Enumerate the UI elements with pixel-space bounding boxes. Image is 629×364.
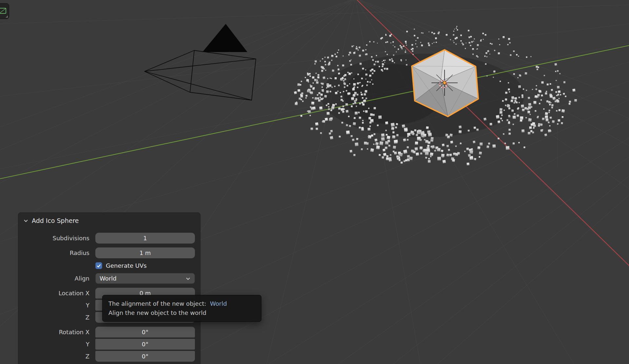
- location-x-label: Location X: [18, 290, 95, 297]
- subdivisions-field[interactable]: 1: [95, 233, 195, 244]
- rotation-y-label: Y: [18, 341, 95, 348]
- radius-label: Radius: [18, 249, 95, 256]
- generate-uvs-checkbox[interactable]: [95, 262, 102, 269]
- chevron-down-icon: [185, 276, 191, 281]
- align-value: World: [100, 275, 117, 282]
- rotation-z-field[interactable]: 0°: [95, 351, 195, 362]
- tooltip: The alignment of the new object: World A…: [102, 295, 261, 322]
- align-select[interactable]: World: [95, 273, 195, 284]
- rotation-y-value: 0°: [142, 341, 148, 348]
- resize-corner-icon: [6, 15, 8, 18]
- operator-redo-panel[interactable]: Add Ico Sphere Subdivisions 1 Radius 1 m…: [18, 212, 200, 364]
- subdivisions-value: 1: [143, 235, 147, 242]
- tooltip-value: World: [210, 300, 227, 307]
- chevron-down-icon[interactable]: [23, 218, 29, 224]
- rotation-x-label: Rotation X: [18, 329, 95, 336]
- radius-value: 1 m: [140, 249, 151, 256]
- rotation-x-value: 0°: [142, 329, 148, 336]
- rotation-x-field[interactable]: 0°: [95, 327, 195, 337]
- tooltip-line1: The alignment of the new object: World: [108, 299, 255, 308]
- generate-uvs-label: Generate UVs: [106, 262, 147, 269]
- location-z-label: Z: [18, 314, 95, 321]
- panel-header[interactable]: Add Ico Sphere: [18, 213, 195, 228]
- camera-up-triangle: [202, 24, 247, 52]
- check-icon: [96, 263, 101, 268]
- viewport-editor-icon: [0, 7, 7, 15]
- subdivisions-label: Subdivisions: [18, 235, 95, 242]
- location-y-label: Y: [18, 302, 95, 309]
- origin-dot: [443, 81, 446, 84]
- editor-type-button[interactable]: [0, 3, 9, 19]
- rotation-z-label: Z: [18, 353, 95, 360]
- panel-title: Add Ico Sphere: [32, 217, 79, 224]
- rotation-y-field[interactable]: 0°: [95, 339, 195, 350]
- radius-field[interactable]: 1 m: [95, 247, 195, 258]
- rotation-z-value: 0°: [142, 353, 148, 360]
- tooltip-text: The alignment of the new object:: [108, 300, 206, 307]
- align-label: Align: [18, 275, 95, 282]
- tooltip-description: Align the new object to the world: [108, 308, 255, 318]
- camera-object[interactable]: [144, 24, 256, 100]
